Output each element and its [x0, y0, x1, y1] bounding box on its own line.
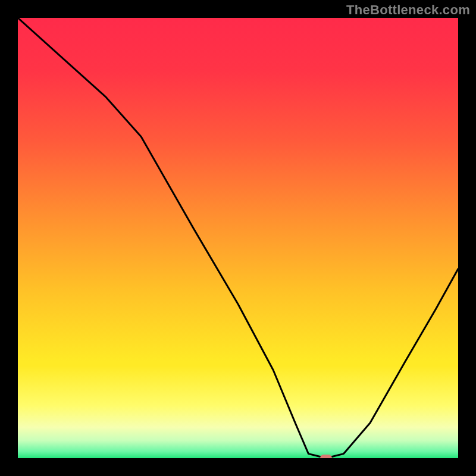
- bottleneck-chart-svg: [18, 18, 458, 458]
- watermark-text: TheBottleneck.com: [346, 2, 470, 18]
- optimal-point-marker: [320, 455, 332, 458]
- plot-area: [18, 18, 458, 458]
- chart-frame: TheBottleneck.com: [0, 0, 476, 476]
- gradient-background: [18, 18, 458, 458]
